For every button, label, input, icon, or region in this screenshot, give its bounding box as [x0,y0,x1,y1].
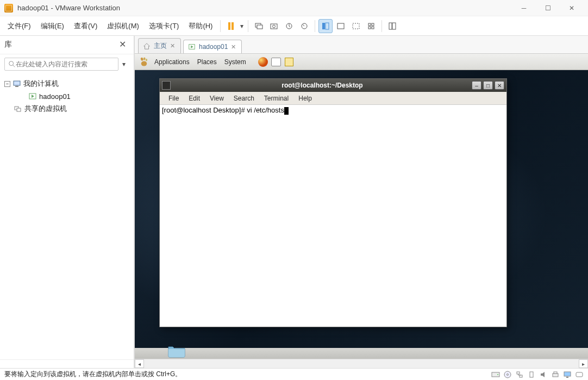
tree-hadoop01[interactable]: hadoop01 [4,90,129,102]
vm-running-icon [28,92,37,101]
search-input[interactable] [16,60,115,68]
terminal-title: root@localhost:~/Desktop [173,82,472,89]
tree-shared[interactable]: 共享的虚拟机 [4,102,129,115]
snapshot-button[interactable] [267,19,281,33]
home-icon [143,42,151,50]
unity-button[interactable] [364,19,378,33]
svg-rect-35 [520,375,522,377]
search-dropdown-button[interactable]: ▾ [118,60,129,68]
sidebar-header: 库 ✕ [0,36,134,54]
menu-view[interactable]: 查看(V) [70,18,102,34]
library-button[interactable] [385,19,399,33]
svg-rect-7 [326,23,329,29]
scroll-right-button[interactable]: ▸ [579,359,588,368]
terminal-maximize-button[interactable]: □ [483,81,493,90]
svg-point-16 [9,61,14,66]
panel-system[interactable]: System [221,56,249,68]
mail-icon[interactable] [270,56,282,68]
tab-label: hadoop01 [199,43,228,51]
guest-bottom-panel[interactable] [135,348,588,359]
svg-rect-1 [257,25,262,29]
scroll-left-button[interactable]: ◂ [135,359,144,368]
console-view-button[interactable] [318,19,333,33]
menu-edit[interactable]: 编辑(E) [36,18,68,34]
network-icon[interactable] [515,371,524,378]
svg-rect-41 [576,372,583,377]
tab-close-icon[interactable]: ✕ [170,42,175,49]
svg-rect-2 [271,24,277,29]
tab-label: 主页 [154,41,167,51]
terminal-menu-terminal[interactable]: Terminal [260,93,293,104]
scroll-track[interactable] [144,359,579,368]
snapshot-manager-button[interactable] [282,19,296,33]
shared-vms-icon [14,104,22,113]
separator [315,20,315,32]
expand-toggle-icon[interactable]: − [4,81,10,87]
tree-my-computer[interactable]: − 我的计算机 [4,77,129,90]
sidebar-close-button[interactable]: ✕ [116,38,129,51]
maximize-button[interactable]: ☐ [536,1,560,16]
svg-rect-18 [14,81,20,85]
terminal-menu-search[interactable]: Search [229,93,259,104]
svg-rect-37 [553,373,558,377]
sound-icon[interactable] [539,371,548,378]
svg-point-29 [141,61,147,66]
horizontal-scrollbar[interactable]: ◂ ▸ [135,359,588,368]
folder-icon[interactable] [167,344,186,358]
terminal-minimize-button[interactable]: – [472,81,481,90]
terminal-body[interactable]: [root@localhost Desktop]# vi /etc/hosts [160,105,506,327]
menu-edit-label: 编辑(E) [41,22,64,30]
terminal-close-button[interactable]: ✕ [495,81,504,90]
firefox-icon[interactable] [257,56,269,68]
statusbar-text: 要将输入定向到该虚拟机，请在虚拟机内部单击或按 Ctrl+G。 [4,370,182,379]
gnome-foot-icon[interactable] [138,56,150,68]
printer-icon[interactable] [551,371,560,378]
display-icon[interactable] [563,371,572,378]
close-button[interactable]: ✕ [560,1,584,16]
svg-rect-9 [353,23,359,29]
tab-close-icon[interactable]: ✕ [231,43,236,51]
terminal-menu-help[interactable]: Help [294,93,316,104]
guest-desktop[interactable]: root@localhost:~/Desktop – □ ✕ File Edit… [135,70,588,359]
terminal-window[interactable]: root@localhost:~/Desktop – □ ✕ File Edit… [159,78,507,327]
svg-rect-11 [372,23,374,26]
menu-file-label: 文件(F) [8,22,31,30]
terminal-menubar: File Edit View Search Terminal Help [160,92,506,105]
pause-button[interactable] [224,19,238,33]
separator [381,20,382,32]
terminal-menu-file[interactable]: File [164,93,183,104]
panel-applications[interactable]: Applications [151,56,193,68]
send-ctrl-alt-del-button[interactable] [252,19,266,33]
tab-hadoop01[interactable]: hadoop01 ✕ [183,40,242,53]
menu-help[interactable]: 帮助(H) [184,18,217,34]
tree-label: 我的计算机 [23,79,59,89]
message-icon[interactable] [575,371,584,378]
tab-home[interactable]: 主页 ✕ [138,38,181,53]
terminal-line: [root@localhost Desktop]# vi /etc/hosts [162,106,284,114]
menu-tabs[interactable]: 选项卡(T) [145,18,184,34]
terminal-menu-edit[interactable]: Edit [184,93,204,104]
fullscreen-button[interactable] [349,19,363,33]
usb-icon[interactable] [527,371,536,378]
menu-file[interactable]: 文件(F) [3,18,35,34]
revert-snapshot-button[interactable] [297,19,311,33]
power-dropdown[interactable]: ▾ [239,22,245,30]
menu-vm[interactable]: 虚拟机(M) [103,18,143,34]
terminal-titlebar[interactable]: root@localhost:~/Desktop – □ ✕ [160,79,506,92]
panel-places[interactable]: Places [194,56,220,68]
main-layout: 库 ✕ ▾ − 我的计算机 hadoop01 共 [0,36,588,368]
terminal-menu-view[interactable]: View [205,93,228,104]
notes-icon[interactable] [283,56,295,68]
search-wrapper [4,58,118,71]
svg-point-27 [143,57,146,60]
cd-icon[interactable] [503,371,512,378]
statusbar: 要将输入定向到该虚拟机，请在虚拟机内部单击或按 Ctrl+G。 [0,368,588,380]
disk-icon[interactable] [491,371,500,378]
tab-bar: 主页 ✕ hadoop01 ✕ [135,36,588,54]
guest-wrapper: Applications Places System root@localhos… [135,54,588,368]
svg-rect-6 [322,23,325,29]
svg-rect-39 [564,372,571,376]
separator [220,20,221,32]
minimize-button[interactable]: ─ [512,1,536,16]
thumbnail-view-button[interactable] [334,19,348,33]
